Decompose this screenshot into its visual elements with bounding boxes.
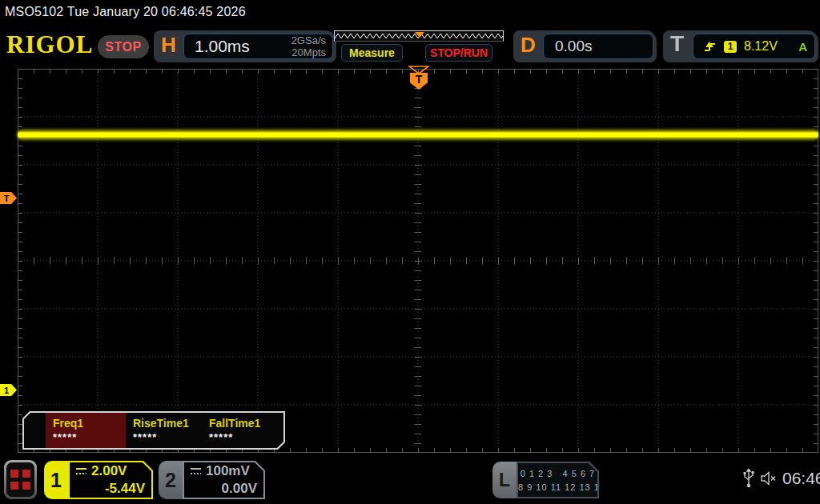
channel1-scale: 2.00V: [91, 463, 127, 479]
horizontal-box: 1.00ms 2GSa/s 20Mpts: [183, 34, 333, 59]
measurement-panel-body: Freq1 ***** RiseTime1 ***** FallTime1 **…: [24, 413, 283, 448]
measurement-label: FallTime1: [209, 417, 278, 430]
measurement-label: Freq1: [53, 417, 126, 430]
measure-button[interactable]: Measure: [341, 44, 403, 62]
timebase-value: 1.00ms: [184, 37, 291, 56]
channel1-block[interactable]: 1 2.00V -5.44V: [44, 461, 153, 499]
dc-coupling-icon: [75, 466, 87, 476]
rising-edge-trigger-icon: [703, 40, 717, 53]
trigger-position-letter: T: [410, 73, 428, 86]
delay-label: D: [521, 33, 536, 58]
measurement-label: RiseTime1: [133, 417, 202, 430]
channel2-offset: 0.00V: [222, 481, 257, 497]
channel2-body: 100mV 0.00V: [183, 461, 265, 499]
usb-icon: [743, 469, 754, 489]
menu-grid-icon: [6, 462, 34, 497]
rigol-logo: RIGOL: [6, 30, 93, 59]
measurement-risetime1[interactable]: RiseTime1 *****: [126, 413, 202, 448]
memory-depth: 20Mpts: [291, 46, 326, 58]
waveform-preview[interactable]: [334, 30, 504, 42]
trigger-sweep-mode: A: [798, 40, 814, 54]
measurement-value: *****: [209, 431, 278, 443]
measurement-panel: Freq1 ***** RiseTime1 ***** FallTime1 **…: [22, 411, 285, 450]
preview-zigzag-icon: [335, 31, 503, 41]
horizontal-settings-button[interactable]: H 1.00ms 2GSa/s 20Mpts: [154, 30, 336, 62]
trigger-level-marker[interactable]: T: [0, 192, 17, 204]
graticule: [18, 69, 818, 453]
logic-channels: 0 1 2 3 4 5 6 78 9 10 11 12 13 14 15: [518, 463, 597, 497]
trigger-level-value: 8.12V: [744, 39, 778, 54]
delay-settings-button[interactable]: D 0.00s: [513, 30, 657, 62]
logic-row2: 8 9 10 11 12 13 14 15: [518, 482, 620, 492]
channel1-body: 2.00V -5.44V: [68, 461, 153, 499]
channel1-trace: [18, 130, 818, 139]
measurement-value: *****: [53, 431, 126, 443]
trigger-settings-button[interactable]: T 1 8.12V A: [663, 30, 818, 62]
trigger-source-badge: 1: [724, 41, 737, 53]
channel2-scale: 100mV: [206, 463, 250, 479]
trigger-position-marker[interactable]: T: [408, 66, 429, 91]
status-clock: 06:46: [782, 469, 820, 488]
channel1-tab[interactable]: 1: [44, 461, 68, 499]
menu-button[interactable]: [4, 460, 37, 499]
oscilloscope-screen: MSO5102 Tue January 20 06:46:45 2026 RIG…: [0, 0, 820, 504]
measurement-falltime1[interactable]: FallTime1 *****: [202, 413, 278, 448]
channel1-offset-marker[interactable]: 1: [0, 384, 17, 396]
waveform-display-area[interactable]: T: [18, 69, 818, 453]
delay-value: 0.00s: [544, 38, 592, 55]
logic-analyzer-block[interactable]: L 0 1 2 3 4 5 6 78 9 10 11 12 13 14 15: [492, 462, 599, 498]
model-datetime-text: MSO5102 Tue January 20 06:46:45 2026: [5, 5, 246, 19]
trigger-label: T: [670, 31, 684, 57]
channel2-block[interactable]: 2 100mV 0.00V: [159, 461, 265, 499]
stop-run-button[interactable]: STOP/RUN: [425, 44, 492, 62]
channel1-offset: -5.44V: [105, 481, 145, 497]
run-state-badge: STOP: [98, 35, 149, 58]
acquisition-info: 2GSa/s 20Mpts: [291, 34, 332, 58]
trigger-box: 1 8.12V A: [693, 34, 815, 59]
dc-coupling-icon: [190, 466, 202, 476]
channel2-tab[interactable]: 2: [159, 461, 183, 499]
logic-tab[interactable]: L: [492, 462, 517, 498]
speaker-mute-icon: [761, 471, 778, 486]
trigger-position-shield-icon: T: [410, 73, 428, 90]
logic-body: 0 1 2 3 4 5 6 78 9 10 11 12 13 14 15: [517, 462, 599, 498]
logic-row1: 0 1 2 3 4 5 6 7: [521, 469, 595, 478]
sample-rate: 2GSa/s: [291, 34, 326, 46]
delay-box: 0.00s: [543, 34, 653, 59]
horizontal-label: H: [161, 33, 176, 58]
measurement-value: *****: [133, 431, 202, 443]
measurement-freq1[interactable]: Freq1 *****: [46, 413, 126, 448]
